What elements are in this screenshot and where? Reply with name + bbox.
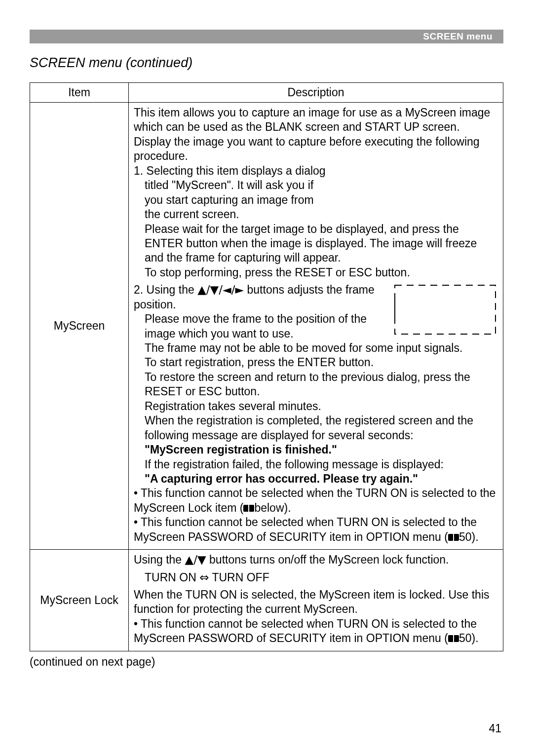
text: 2. Using the	[134, 283, 197, 296]
text: TURN OFF	[209, 571, 269, 584]
text: TURN ON	[145, 571, 199, 584]
text-msg-finished: "MyScreen registration is finished."	[134, 443, 498, 457]
continued-note: (continued on next page)	[30, 655, 503, 669]
page: SCREEN menu SCREEN menu (continued) Item…	[0, 0, 533, 756]
text: Registration takes several minutes.	[134, 399, 498, 414]
desc-myscreen: This item allows you to capture an image…	[129, 103, 503, 550]
header-label: SCREEN menu	[423, 31, 493, 42]
section-title: SCREEN menu (continued)	[30, 55, 503, 71]
page-number: 41	[489, 722, 501, 735]
text: When the TURN ON is selected, the MyScre…	[134, 588, 490, 615]
arrow-buttons-icon: ▲/▼/◄/►	[197, 283, 244, 296]
text: To start registration, press the ENTER b…	[134, 355, 498, 370]
manual-ref-icon	[448, 634, 459, 643]
text: • This function cannot be selected when …	[134, 516, 477, 543]
text-msg-error: "A capturing error has occurred. Please …	[134, 472, 498, 486]
svg-rect-0	[395, 285, 495, 334]
text: below).	[254, 501, 291, 514]
text: 1. Selecting this item displays a dialog	[134, 164, 326, 177]
text: • This function cannot be selected when …	[134, 617, 477, 644]
settings-table: Item Description MyScreen This item allo…	[30, 82, 503, 651]
capture-frame-illustration	[393, 284, 497, 336]
table-row: MyScreen Lock Using the ▲/▼ buttons turn…	[30, 550, 503, 651]
text: • This function cannot be selected when …	[134, 487, 495, 514]
item-myscreen: MyScreen	[30, 103, 129, 550]
text: To restore the screen and return to the …	[134, 370, 498, 399]
text: Using the	[134, 553, 185, 566]
text: To stop performing, press the RESET or E…	[134, 265, 498, 280]
col-description: Description	[129, 83, 503, 103]
header-bar: SCREEN menu	[30, 30, 503, 43]
text: 50).	[459, 530, 479, 543]
table-header-row: Item Description	[30, 83, 503, 103]
text: you start capturing an image from	[134, 193, 498, 207]
text: 50).	[459, 632, 479, 644]
text: the current screen.	[134, 207, 498, 222]
text: If the registration failed, the followin…	[134, 457, 498, 472]
manual-ref-icon	[243, 504, 254, 513]
double-arrow-icon: ⇔	[199, 571, 209, 584]
text: When the registration is completed, the …	[134, 414, 498, 443]
manual-ref-icon	[448, 533, 459, 542]
desc-myscreen-lock: Using the ▲/▼ buttons turns on/off the M…	[129, 550, 503, 651]
text: titled "MyScreen". It will ask you if	[134, 178, 498, 192]
arrow-up-down-icon: ▲/▼	[185, 553, 206, 566]
table-row: MyScreen This item allows you to capture…	[30, 103, 503, 550]
text: buttons turns on/off the MyScreen lock f…	[206, 553, 449, 566]
text: The frame may not be able to be moved fo…	[134, 341, 498, 355]
col-item: Item	[30, 83, 129, 103]
text: This item allows you to capture an image…	[134, 106, 490, 162]
item-myscreen-lock: MyScreen Lock	[30, 550, 129, 651]
text: Please wait for the target image to be d…	[134, 222, 498, 265]
toggle-line: TURN ON ⇔ TURN OFF	[134, 570, 498, 585]
